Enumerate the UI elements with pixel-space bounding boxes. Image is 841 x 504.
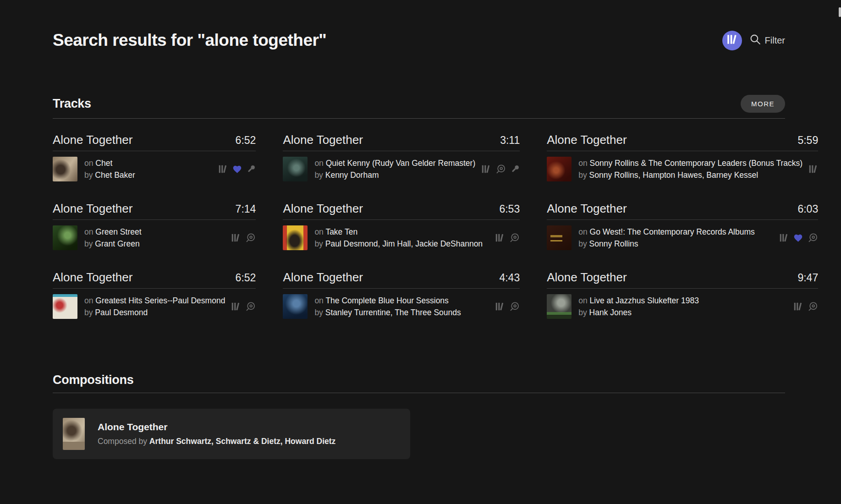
track-duration: 9:47 xyxy=(797,272,818,284)
artist-link[interactable]: Paul Desmond xyxy=(95,308,148,317)
album-link[interactable]: The Complete Blue Hour Sessions xyxy=(325,296,448,305)
track-duration: 3:11 xyxy=(500,134,520,147)
album-link[interactable]: Go West!: The Contemporary Records Album… xyxy=(590,227,755,236)
artist-link[interactable]: Paul Desmond, Jim Hall, Jackie DeShannon xyxy=(325,239,483,248)
search-results-page: Search results for "alone together" Filt… xyxy=(0,28,841,459)
album-art[interactable] xyxy=(53,157,77,181)
disc-search-icon xyxy=(245,233,256,243)
composed-by-label: Composed by xyxy=(98,437,147,446)
track-title[interactable]: Alone Together xyxy=(547,132,627,147)
composer-links[interactable]: Arthur Schwartz, Schwartz & Dietz, Howar… xyxy=(149,437,335,446)
filter-button[interactable]: Filter xyxy=(750,34,785,47)
artist-link[interactable]: Sonny Rollins, Hampton Hawes, Barney Kes… xyxy=(589,170,759,180)
album-link[interactable]: Quiet Kenny (Rudy Van Gelder Remaster) xyxy=(326,159,475,168)
library-icon xyxy=(495,233,505,243)
on-label: on xyxy=(578,159,587,168)
by-label: by xyxy=(314,308,323,317)
by-label: by xyxy=(578,239,587,248)
composition-title[interactable]: Alone Together xyxy=(98,422,335,433)
track-duration: 6:53 xyxy=(499,203,520,215)
search-icon xyxy=(750,34,761,47)
track-result: Alone Together 4:43 on The Complete Blue… xyxy=(283,270,520,319)
track-result: Alone Together 5:59 on Sonny Rollins & T… xyxy=(547,132,818,181)
track-duration: 6:52 xyxy=(236,134,256,147)
by-label: by xyxy=(578,170,587,180)
library-icon xyxy=(726,33,738,47)
artist-link[interactable]: Grant Green xyxy=(95,239,139,248)
album-art[interactable] xyxy=(547,294,572,319)
track-duration: 6:52 xyxy=(236,272,256,284)
microphone-icon xyxy=(511,164,520,174)
album-art[interactable] xyxy=(53,225,77,250)
disc-search-icon xyxy=(509,233,520,243)
track-divider xyxy=(283,288,520,289)
track-title[interactable]: Alone Together xyxy=(547,201,627,216)
header-controls: Filter xyxy=(722,31,785,50)
album-art[interactable] xyxy=(283,294,308,319)
album-art[interactable] xyxy=(283,225,308,250)
compositions-section-title: Compositions xyxy=(53,373,133,387)
filter-label: Filter xyxy=(765,35,785,46)
track-title[interactable]: Alone Together xyxy=(53,270,132,285)
album-link[interactable]: Sonny Rollins & The Contemporary Leaders… xyxy=(590,159,803,168)
tracks-more-button[interactable]: MORE xyxy=(741,95,785,113)
album-art[interactable] xyxy=(53,294,77,319)
disc-search-icon xyxy=(808,233,818,243)
track-title[interactable]: Alone Together xyxy=(283,132,363,147)
track-title[interactable]: Alone Together xyxy=(53,201,132,216)
track-divider xyxy=(547,219,818,220)
library-icon xyxy=(779,233,789,243)
track-divider xyxy=(283,219,520,220)
album-link[interactable]: Take Ten xyxy=(325,227,357,236)
library-badge-button[interactable] xyxy=(722,31,742,50)
album-link[interactable]: Chet xyxy=(95,159,112,168)
library-icon xyxy=(218,164,228,174)
album-art[interactable] xyxy=(547,157,572,181)
track-result: Alone Together 6:52 on Greatest Hits Ser… xyxy=(53,270,256,319)
album-link[interactable]: Live at Jazzhus Slukefter 1983 xyxy=(590,296,699,305)
on-label: on xyxy=(84,159,93,168)
on-label: on xyxy=(314,159,323,168)
album-art[interactable] xyxy=(547,225,572,250)
track-divider xyxy=(53,151,256,151)
track-duration: 7:14 xyxy=(236,203,256,215)
on-label: on xyxy=(84,296,93,305)
track-title[interactable]: Alone Together xyxy=(283,201,363,216)
track-title[interactable]: Alone Together xyxy=(53,132,132,147)
track-result: Alone Together 3:11 on Quiet Kenny (Rudy… xyxy=(283,132,520,181)
track-divider xyxy=(53,219,256,220)
heart-icon[interactable] xyxy=(793,233,803,243)
by-label: by xyxy=(314,239,323,248)
section-divider xyxy=(53,393,785,393)
album-link[interactable]: Greatest Hits Series--Paul Desmond xyxy=(95,296,225,305)
track-title[interactable]: Alone Together xyxy=(547,270,627,285)
compositions-section: Compositions Alone Together Composed by … xyxy=(53,373,785,459)
artist-link[interactable]: Chet Baker xyxy=(95,170,135,180)
composition-album-art[interactable] xyxy=(63,418,85,450)
tracks-section-header: Tracks MORE xyxy=(53,95,785,113)
track-duration: 6:03 xyxy=(797,203,818,215)
library-icon xyxy=(481,164,491,174)
scrollbar-thumb[interactable] xyxy=(839,7,841,17)
track-divider xyxy=(53,288,256,289)
track-title[interactable]: Alone Together xyxy=(283,270,363,285)
artist-link[interactable]: Stanley Turrentine, The Three Sounds xyxy=(325,308,461,317)
artist-link[interactable]: Sonny Rollins xyxy=(589,239,638,248)
library-icon xyxy=(231,233,241,243)
track-divider xyxy=(547,151,818,151)
library-icon xyxy=(808,164,818,174)
library-icon xyxy=(793,301,803,312)
page-title: Search results for "alone together" xyxy=(53,31,326,50)
artist-link[interactable]: Hank Jones xyxy=(589,308,632,317)
by-label: by xyxy=(314,170,323,180)
track-divider xyxy=(283,151,520,151)
album-art[interactable] xyxy=(283,157,308,181)
composition-item[interactable]: Alone Together Composed by Arthur Schwar… xyxy=(53,409,410,459)
disc-search-icon xyxy=(245,301,256,312)
album-link[interactable]: Green Street xyxy=(95,227,141,236)
library-icon xyxy=(231,301,241,312)
disc-search-icon xyxy=(509,301,520,312)
artist-link[interactable]: Kenny Dorham xyxy=(325,170,379,180)
heart-icon[interactable] xyxy=(232,164,242,174)
track-result: Alone Together 9:47 on Live at Jazzhus S… xyxy=(547,270,818,319)
